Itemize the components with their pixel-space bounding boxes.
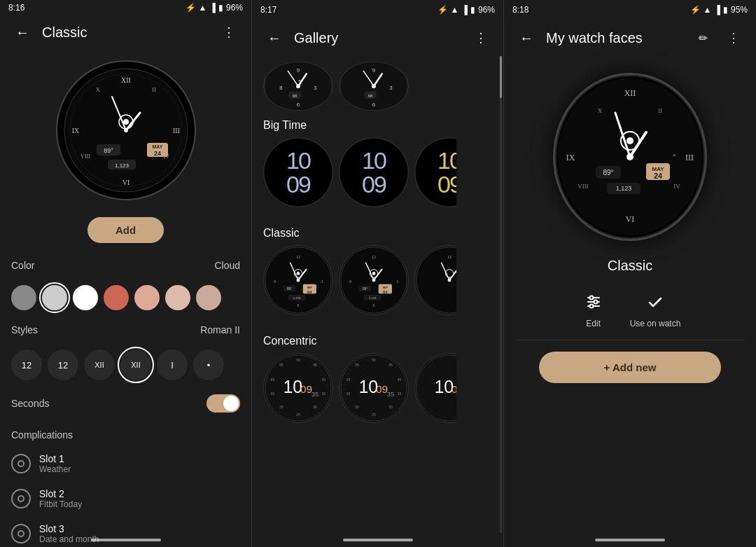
- svg-text:68: 68: [368, 94, 373, 98]
- battery-icon: ▮: [218, 3, 223, 13]
- slot3-item[interactable]: Slot 3 Date and month: [0, 516, 251, 547]
- gallery-section-classic: Classic: [252, 219, 503, 245]
- svg-point-143: [589, 305, 593, 308]
- concentric-watch-2[interactable]: 50 45 40 35 30 25 20 00 05 55 10 09 35: [339, 353, 409, 423]
- menu-button-middle[interactable]: ⋮: [470, 27, 492, 49]
- svg-point-142: [594, 300, 597, 304]
- svg-point-29: [296, 84, 300, 88]
- edit-button-right[interactable]: ✏: [692, 27, 714, 49]
- status-bar-middle: 8:17 ⚡ ▲ ▐ ▮ 96%: [252, 0, 503, 20]
- signal-icon: ▐: [209, 3, 216, 13]
- slot1-item[interactable]: Slot 1 Weather: [0, 446, 251, 481]
- slot3-text: Slot 3 Date and month: [39, 523, 99, 544]
- check-icon: [641, 288, 669, 316]
- style-xii-small[interactable]: XII: [84, 349, 115, 380]
- svg-text:9: 9: [297, 67, 300, 74]
- swatch-gray[interactable]: [11, 285, 36, 310]
- svg-text:89°: 89°: [363, 287, 368, 291]
- watch-preview-left: XII III VI IX X II IV VIII 8: [0, 49, 251, 212]
- use-on-watch-label: Use on watch: [630, 319, 681, 328]
- page-title-middle: Gallery: [294, 30, 461, 46]
- svg-text:20: 20: [355, 406, 359, 409]
- bluetooth-icon-m: ⚡: [438, 5, 448, 15]
- edit-action[interactable]: Edit: [580, 288, 608, 328]
- add-new-button-container: + Add new: [515, 352, 745, 383]
- seconds-label: Seconds: [11, 398, 49, 409]
- svg-text:89°: 89°: [104, 147, 113, 154]
- style-xii-large[interactable]: XII: [120, 349, 151, 380]
- bigtime-watch-3[interactable]: 10 09: [414, 137, 484, 207]
- svg-text:25: 25: [372, 413, 376, 417]
- bigtime-watch-2[interactable]: 10 09: [339, 137, 409, 207]
- toggle-thumb: [223, 396, 239, 411]
- sliders-icon: [580, 288, 608, 316]
- slot2-item[interactable]: Slot 2 Fitbit Today: [0, 481, 251, 516]
- svg-text:24: 24: [153, 150, 160, 157]
- slot1-value: Weather: [39, 464, 71, 474]
- back-button-middle[interactable]: ←: [263, 27, 286, 49]
- bigtime-row: 10 09 10 09 10 09: [252, 137, 503, 219]
- partial-watch-1[interactable]: 9 3 6 8 68: [263, 62, 333, 111]
- back-button-right[interactable]: ←: [515, 27, 538, 49]
- svg-text:MAY: MAY: [152, 144, 162, 149]
- menu-button-right[interactable]: ⋮: [722, 27, 745, 49]
- swatch-peach[interactable]: [165, 285, 190, 310]
- swatch-white[interactable]: [73, 285, 98, 310]
- svg-text:45: 45: [313, 363, 317, 367]
- seconds-toggle[interactable]: [206, 394, 240, 413]
- gallery-scroll[interactable]: 9 3 6 8 68 9 3 6: [252, 56, 503, 547]
- menu-button-left[interactable]: ⋮: [218, 21, 240, 43]
- svg-text:8: 8: [279, 85, 283, 91]
- svg-text:9: 9: [372, 67, 375, 74]
- svg-text:12: 12: [447, 255, 451, 259]
- style-i[interactable]: I: [157, 349, 188, 380]
- style-dot[interactable]: •: [193, 349, 224, 380]
- styles-section-header: Styles Roman II: [11, 324, 240, 335]
- battery-icon-r: ▮: [723, 5, 728, 15]
- swatch-red[interactable]: [104, 285, 129, 310]
- svg-text:1,123: 1,123: [616, 185, 632, 192]
- svg-text:IV: IV: [673, 183, 680, 190]
- bigtime-watch-1[interactable]: 10 09: [263, 137, 333, 207]
- status-icons-left: ⚡ ▲ ▐ ▮ 96%: [186, 3, 243, 13]
- svg-text:6: 6: [298, 303, 300, 307]
- swatch-lightgray[interactable]: [42, 285, 67, 310]
- color-section: Color Cloud: [0, 254, 251, 285]
- style-12-filled[interactable]: 12: [11, 349, 42, 380]
- svg-text:04: 04: [307, 290, 312, 294]
- svg-text:09: 09: [300, 383, 312, 395]
- partial-watch-2[interactable]: 9 3 6 68: [339, 62, 409, 111]
- status-bar-left: 8:16 ⚡ ▲ ▐ ▮ 96%: [0, 0, 251, 15]
- back-button-left[interactable]: ←: [11, 21, 34, 43]
- classic-watch-3[interactable]: 12 3: [414, 245, 484, 315]
- color-label: Color: [11, 260, 34, 271]
- left-panel: 8:16 ⚡ ▲ ▐ ▮ 96% ← Classic ⋮ XII III VI …: [0, 0, 252, 547]
- style-12-outline[interactable]: 12: [48, 349, 78, 380]
- swatch-salmon[interactable]: [134, 285, 160, 310]
- concentric-watch-1[interactable]: 50 45 40 35 30 25 20 00 05 55 10 09 35: [263, 353, 333, 423]
- styles-value: Roman II: [200, 324, 240, 335]
- styles-label: Styles: [11, 324, 38, 335]
- svg-text:X: X: [96, 87, 100, 93]
- add-new-button[interactable]: + Add new: [539, 352, 721, 383]
- concentric-watch-3[interactable]: 10 09: [414, 353, 484, 423]
- svg-text:35: 35: [387, 390, 395, 398]
- gallery-section-concentric: Concentric: [252, 326, 503, 353]
- top-bar-left: ← Classic ⋮: [0, 15, 251, 49]
- use-on-watch-action[interactable]: Use on watch: [630, 288, 681, 328]
- concentric-svg-1: 50 45 40 35 30 25 20 00 05 55 10 09 35: [265, 354, 332, 422]
- right-watch-svg: XII III VI IX X II IV VIII: [556, 76, 704, 237]
- classic-watch-1[interactable]: 12 3 6 9 89° SEP 04 1,123: [263, 245, 333, 315]
- status-icons-right: ⚡ ▲ ▐ ▮ 95%: [690, 5, 748, 15]
- svg-text:IX: IX: [566, 153, 575, 162]
- svg-text:05: 05: [346, 378, 351, 382]
- swatch-blush[interactable]: [196, 285, 221, 310]
- svg-text:50: 50: [372, 359, 376, 362]
- svg-point-50: [297, 279, 300, 282]
- slot1-text: Slot 1 Weather: [39, 453, 71, 474]
- svg-point-141: [589, 296, 593, 300]
- top-partial-row: 9 3 6 8 68 9 3 6: [252, 62, 503, 111]
- color-value: Cloud: [214, 260, 240, 271]
- add-button[interactable]: Add: [88, 217, 164, 243]
- classic-watch-2[interactable]: 12 3 6 9 89° SEP 04 1,123: [339, 245, 409, 315]
